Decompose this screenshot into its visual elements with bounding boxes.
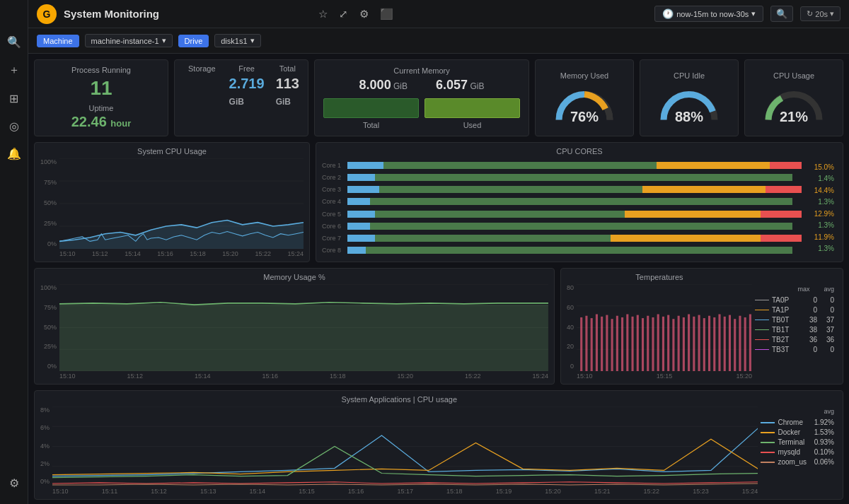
monitor-icon[interactable]: ⬛: [378, 6, 395, 23]
star-icon[interactable]: ☆: [316, 6, 330, 23]
memory-chart-inner: 100% 75% 50% 25% 0%: [40, 284, 548, 380]
svg-rect-42: [708, 316, 710, 371]
charts-row: System CPU Usage 100% 75% 50% 25% 0%: [34, 142, 843, 262]
app-zoom: zoom_us 0.06%: [761, 458, 834, 466]
main-content: Process Running 11 Uptime 22.46 hour Sto…: [28, 54, 849, 504]
memory-values: 8.000 GiB 6.057 GiB: [323, 78, 520, 93]
dropdown-chevron: ▾: [162, 36, 166, 45]
sidebar-search-icon[interactable]: 🔍: [7, 35, 21, 49]
temp-chart-title: Temperatures: [567, 273, 752, 281]
temp-chart-svg: [577, 284, 752, 371]
memory-used-percent: 76%: [570, 109, 599, 125]
svg-rect-36: [678, 316, 680, 371]
svg-rect-46: [729, 315, 731, 371]
sensor-tb0t: TB0T 38 37: [755, 316, 834, 324]
cores-legend: 15.0% 1.4% 14.4% 1.3% 12.9% 1.3% 11.9% 1…: [802, 158, 837, 257]
topbar: G System Monitoring ☆ ⤢ ⚙ ⬛ 🕐 now-15m to…: [28, 0, 849, 28]
svg-rect-41: [703, 318, 705, 371]
memory-bars: [323, 98, 520, 118]
cpu-idle-gauge-visual: 88%: [657, 83, 721, 125]
app-chart-inner: 8% 6% 4% 2% 0%: [40, 406, 758, 495]
machine-tag[interactable]: Machine: [37, 35, 79, 47]
time-range-button[interactable]: 🕐 now-15m to now-30s ▾: [654, 6, 763, 22]
core-8-row: Core 8: [322, 245, 802, 256]
svg-rect-33: [662, 317, 664, 371]
cpu-usage-chart-card: System CPU Usage 100% 75% 50% 25% 0%: [34, 142, 310, 262]
svg-rect-21: [601, 317, 603, 371]
app-row: System Applications | CPU usage 8% 6% 4%…: [34, 390, 843, 500]
core-5-pct: 12.9%: [802, 210, 837, 218]
sidebar-gear-icon[interactable]: ⚙: [9, 476, 19, 490]
middle-row: Memory Usage % 100% 75% 50% 25% 0%: [34, 268, 843, 385]
storage-total-value: 113 GiB: [276, 76, 299, 108]
process-card: Process Running 11 Uptime 22.46 hour: [34, 59, 168, 136]
svg-rect-29: [642, 318, 644, 371]
memory-x-labels: 15:10 15:12 15:14 15:16 15:18 15:20 15:2…: [59, 373, 548, 380]
core-7-row: Core 7: [322, 233, 802, 244]
sidebar-grid-icon[interactable]: ⊞: [9, 92, 18, 105]
settings-icon[interactable]: ⚙: [357, 6, 371, 23]
clock-icon: 🕐: [662, 8, 674, 19]
svg-rect-50: [749, 314, 751, 371]
machine-instance-dropdown[interactable]: machine-instance-1 ▾: [85, 34, 173, 47]
svg-rect-25: [621, 317, 623, 371]
chevron-down-icon: ▾: [751, 9, 756, 18]
drive-tag[interactable]: Drive: [178, 35, 209, 47]
svg-rect-17: [580, 317, 582, 371]
core-2-row: Core 2: [322, 172, 802, 182]
memory-total-bar: [323, 98, 419, 118]
share-icon[interactable]: ⤢: [337, 6, 350, 23]
cpu-usage-percent: 21%: [780, 109, 808, 125]
app-terminal: Terminal 0.93%: [761, 438, 834, 446]
refresh-chevron: ▾: [830, 9, 834, 18]
refresh-button[interactable]: ↻ 20s ▾: [800, 6, 841, 21]
memory-used-bar-label: Used: [424, 121, 520, 129]
cpu-usage-gauge: CPU Usage 21%: [744, 59, 843, 136]
memory-label: Current Memory: [323, 66, 520, 75]
app-logo: G: [37, 4, 57, 24]
cpu-usage-label: CPU Usage: [773, 71, 814, 80]
drive-dropdown[interactable]: disk1s1 ▾: [214, 34, 260, 47]
svg-rect-39: [693, 317, 695, 371]
app-chart-svg: [52, 406, 758, 486]
svg-rect-27: [632, 317, 634, 371]
svg-rect-45: [724, 317, 726, 371]
svg-rect-19: [591, 318, 593, 371]
dropdown-chevron-2: ▾: [250, 36, 255, 45]
storage-total-col: Total 113 GiB: [276, 64, 299, 108]
temp-svg-wrap: 15:10 15:15 15:20: [577, 284, 752, 380]
cpu-idle-percent: 88%: [675, 109, 703, 125]
sensor-tb3t: TB3T 0 0: [755, 346, 834, 353]
sidebar-compass-icon[interactable]: ◎: [9, 119, 19, 133]
app-legend-header: avg: [761, 408, 834, 415]
cpu-chart-title: System CPU Usage: [40, 147, 304, 156]
memory-used-val: 6.057 GiB: [436, 78, 484, 93]
svg-marker-11: [59, 304, 548, 371]
sensor-tb2t: TB2T 36 36: [755, 336, 834, 344]
storage-card: Storage Free 2.719 GiB Total 113 GiB: [174, 59, 308, 136]
app-y-labels: 8% 6% 4% 2% 0%: [40, 406, 52, 495]
cpu-idle-gauge: CPU Idle 88%: [640, 59, 739, 136]
svg-rect-48: [739, 316, 741, 371]
memory-used-bar: [424, 98, 520, 118]
sensor-ta0p: TA0P 0 0: [755, 296, 834, 304]
core-5-row: Core 5: [322, 209, 802, 219]
core-4-row: Core 4: [322, 197, 802, 207]
zoom-out-icon[interactable]: 🔍: [770, 6, 793, 22]
stats-row: Process Running 11 Uptime 22.46 hour Sto…: [34, 59, 843, 136]
svg-rect-44: [718, 314, 720, 371]
core-1-pct: 15.0%: [802, 163, 837, 171]
app-x-labels: 15:10 15:11 15:12 15:13 15:14 15:15 15:1…: [52, 488, 758, 495]
temp-y-labels: 80 60 40 20 0: [567, 284, 577, 380]
storage-free-value: 2.719 GiB: [229, 76, 265, 108]
core-4-pct: 1.3%: [802, 198, 837, 206]
cpu-chart-x-labels: 15:10 15:12 15:14 15:16 15:18 15:20 15:2…: [59, 250, 304, 257]
sidebar-bell-icon[interactable]: 🔔: [7, 147, 21, 160]
svg-rect-26: [626, 314, 628, 371]
app-chrome: Chrome 1.92%: [761, 418, 834, 426]
app-svg-wrap: 15:10 15:11 15:12 15:13 15:14 15:15 15:1…: [52, 406, 758, 495]
sensor-ta1p: TA1P 0 0: [755, 306, 834, 314]
svg-rect-23: [611, 319, 613, 371]
app-docker: Docker 1.53%: [761, 428, 834, 436]
sidebar-add-icon[interactable]: ＋: [8, 63, 20, 78]
